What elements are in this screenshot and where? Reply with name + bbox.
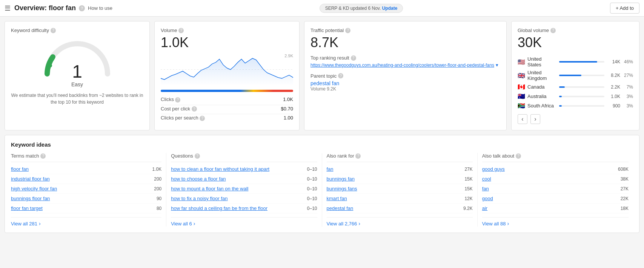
keyword-link[interactable]: how to choose a floor fan xyxy=(171,176,226,182)
parent-topic-help-icon[interactable]: ? xyxy=(338,73,343,78)
country-pct: 3% xyxy=(622,103,633,109)
country-flag: 🇦🇺 xyxy=(518,93,525,100)
gv-help-icon[interactable]: ? xyxy=(550,28,556,33)
keyword-link[interactable]: high velocity floor fan xyxy=(11,186,57,191)
terms-match-view-all[interactable]: View all 281 › xyxy=(11,217,161,227)
parent-topic-volume: Volume 9.2K xyxy=(310,86,500,92)
vol-value: 1.0K xyxy=(161,35,293,51)
header-right: + Add to xyxy=(610,3,639,14)
gv-next-button[interactable]: › xyxy=(530,114,540,124)
keyword-link[interactable]: bunnings fan xyxy=(327,176,355,182)
global-volume-card: Global volume ? 30K 🇺🇸 United States 14K… xyxy=(511,21,639,130)
country-bar xyxy=(559,105,562,107)
keyword-link[interactable]: pedestal fan xyxy=(327,205,354,211)
keyword-value: 18K xyxy=(621,206,629,211)
header-center: SERP & KD updated 6 Nov. Update xyxy=(112,4,610,13)
keyword-link[interactable]: floor fan target xyxy=(11,205,43,211)
list-item: bunnings fans 15K xyxy=(327,184,473,194)
keyword-link[interactable]: fan xyxy=(327,166,334,172)
serp-badge-text: SERP & KD updated 6 Nov. xyxy=(325,6,381,11)
cpc-help-icon[interactable]: ? xyxy=(192,106,197,112)
keyword-link[interactable]: fan xyxy=(482,186,489,191)
clicks-row: Clicks ? 1.0K xyxy=(161,96,293,103)
vol-help-icon[interactable]: ? xyxy=(178,28,184,33)
keyword-link[interactable]: industrial floor fan xyxy=(11,176,50,182)
list-item: how far should a ceiling fan be from the… xyxy=(171,204,317,213)
keyword-value: 0–10 xyxy=(307,186,317,191)
chart-max-label: 2.9K xyxy=(284,54,293,58)
kd-help-icon[interactable]: ? xyxy=(51,28,56,33)
terms-match-rows: floor fan 1.0K industrial floor fan 200 … xyxy=(11,164,161,213)
country-bar xyxy=(559,96,562,97)
keyword-link[interactable]: how far should a ceiling fan be from the… xyxy=(171,205,267,211)
list-item: how to fix a noisy floor fan 0–10 xyxy=(171,194,317,204)
list-item: floor fan target 80 xyxy=(11,204,161,213)
header: ☰ Overview: floor fan ? How to use SERP … xyxy=(0,0,644,17)
how-to-use-link[interactable]: How to use xyxy=(88,5,112,11)
list-item: how to clean a floor fan without taking … xyxy=(171,164,317,174)
top-ranking-url[interactable]: https://www.thegoodguys.com.au/heating-a… xyxy=(310,63,494,68)
cps-help-icon[interactable]: ? xyxy=(200,116,205,121)
add-to-button[interactable]: + Add to xyxy=(610,3,639,14)
country-name: Canada xyxy=(527,84,557,90)
keyword-link[interactable]: cool xyxy=(482,176,491,182)
keyword-link[interactable]: air xyxy=(482,205,487,211)
menu-icon[interactable]: ☰ xyxy=(5,4,11,12)
keyword-value: 15K xyxy=(464,186,472,191)
keyword-value: 0–10 xyxy=(307,176,317,182)
country-name: United Kingdom xyxy=(527,70,557,81)
country-name: South Africa xyxy=(527,103,557,109)
also-rank-for-help-icon[interactable]: ? xyxy=(355,153,361,159)
clicks-help-icon[interactable]: ? xyxy=(175,97,180,103)
country-bar-wrap xyxy=(559,86,604,88)
keyword-link[interactable]: kmart fan xyxy=(327,196,347,201)
traffic-potential-card: Traffic potential ? 8.7K Top ranking res… xyxy=(304,21,507,130)
keyword-link[interactable]: how to fix a noisy floor fan xyxy=(171,196,227,201)
also-talk-about-help-icon[interactable]: ? xyxy=(516,153,521,159)
terms-match-arrow: › xyxy=(39,221,41,227)
top-ranking-help-icon[interactable]: ? xyxy=(351,55,356,61)
terms-match-col: Terms match ? floor fan 1.0K industrial … xyxy=(11,153,166,227)
title-help-icon[interactable]: ? xyxy=(79,5,85,11)
country-row: 🇺🇸 United States 14K 46% xyxy=(518,55,633,69)
cps-label: Clicks per search ? xyxy=(161,115,205,121)
list-item: air 18K xyxy=(482,204,629,213)
keyword-value: 608K xyxy=(618,167,629,172)
keyword-value: 0–10 xyxy=(307,206,317,211)
list-item: fan 27K xyxy=(482,184,629,194)
keyword-link[interactable]: good guys xyxy=(482,166,505,172)
keyword-link[interactable]: floor fan xyxy=(11,166,29,172)
keyword-value: 80 xyxy=(157,206,161,211)
also-rank-view-all[interactable]: View all 2,766 › xyxy=(327,217,473,227)
country-bar xyxy=(559,86,565,88)
keyword-link[interactable]: how to mount a floor fan on the wall xyxy=(171,186,248,191)
parent-topic-label: Parent topic ? xyxy=(310,73,500,79)
keyword-value: 0–10 xyxy=(307,196,317,201)
keyword-link[interactable]: good xyxy=(482,196,493,201)
questions-view-all[interactable]: View all 6 › xyxy=(171,217,317,227)
ki-title: Keyword ideas xyxy=(11,141,633,148)
country-value: 1.0K xyxy=(607,94,620,99)
country-value: 2.2K xyxy=(607,84,620,90)
keyword-link[interactable]: how to clean a floor fan without taking … xyxy=(171,166,269,172)
list-item: fan 27K xyxy=(327,164,473,174)
terms-match-help-icon[interactable]: ? xyxy=(40,153,46,159)
tp-help-icon[interactable]: ? xyxy=(345,28,350,33)
also-talk-about-header: Also talk about ? xyxy=(482,153,629,162)
list-item: cool 38K xyxy=(482,174,629,184)
list-item: pedestal fan 9.2K xyxy=(327,204,473,213)
keyword-link[interactable]: bunnings fans xyxy=(327,186,357,191)
also-talk-view-all[interactable]: View all 88 › xyxy=(482,217,629,227)
cpc-value: $0.70 xyxy=(281,106,293,112)
cps-row: Clicks per search ? 1.00 xyxy=(161,114,293,122)
parent-topic-link[interactable]: pedestal fan xyxy=(310,80,500,86)
country-flag: 🇿🇦 xyxy=(518,102,525,109)
keyword-link[interactable]: bunnings floor fan xyxy=(11,196,50,201)
gv-prev-button[interactable]: ‹ xyxy=(518,114,527,124)
questions-help-icon[interactable]: ? xyxy=(195,153,200,159)
top-cards-row: Keyword difficulty ? 1 Easy We estimate … xyxy=(5,21,639,130)
tp-label: Traffic potential ? xyxy=(310,28,500,33)
update-link[interactable]: Update xyxy=(382,6,398,11)
page-title: Overview: floor fan xyxy=(14,4,76,12)
country-pct: 46% xyxy=(622,59,633,64)
